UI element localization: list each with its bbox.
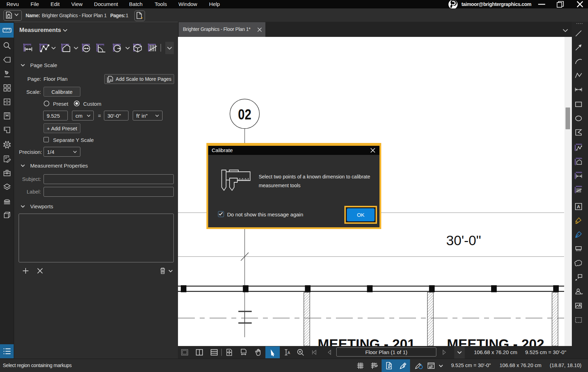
svg-text:02: 02 [238,106,251,123]
svg-text:A: A [288,351,290,355]
svg-text:A: A [577,204,580,209]
svg-text:30'-0": 30'-0" [446,233,481,248]
svg-text:MEETING - 201: MEETING - 201 [318,337,415,346]
svg-text:MEETING - 202: MEETING - 202 [447,337,544,346]
